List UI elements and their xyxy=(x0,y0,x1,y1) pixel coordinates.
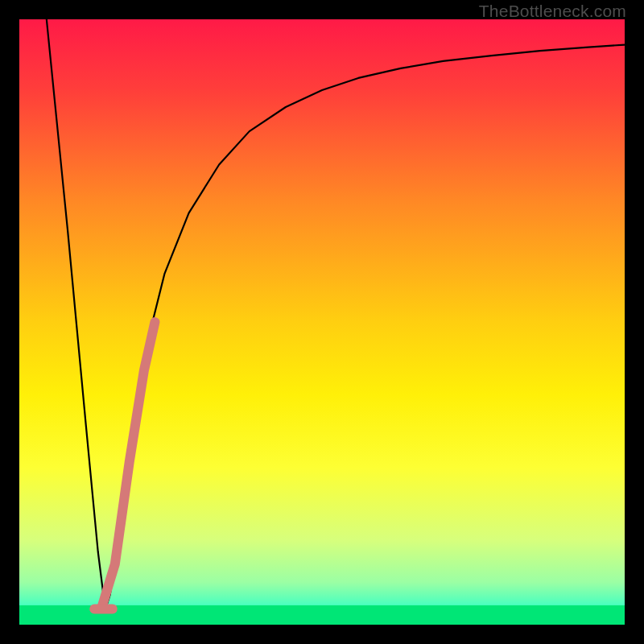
watermark-text: TheBottleneck.com xyxy=(479,2,626,21)
gradient-background xyxy=(19,19,625,625)
plot-area xyxy=(19,19,625,625)
chart-frame: TheBottleneck.com xyxy=(0,0,644,644)
chart-svg xyxy=(19,19,625,625)
